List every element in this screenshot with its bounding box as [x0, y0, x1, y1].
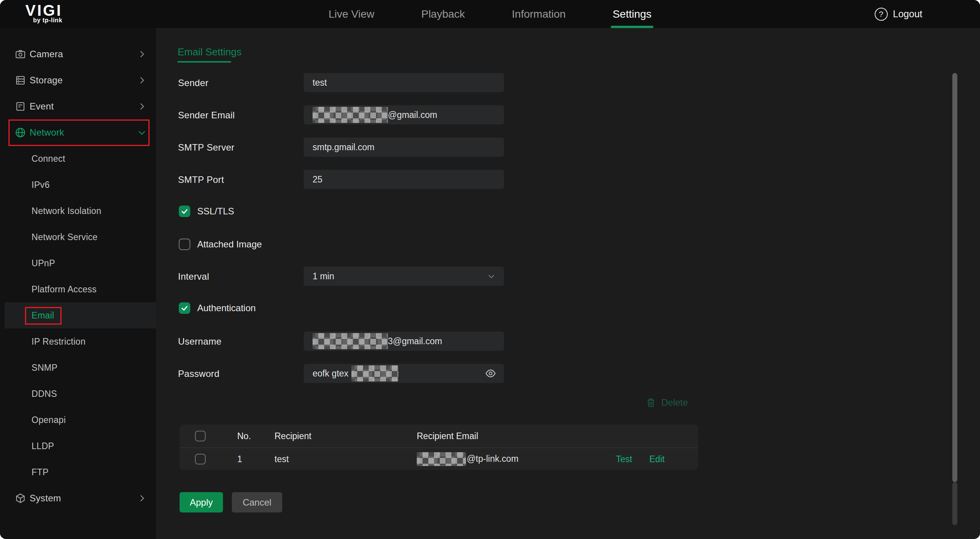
smtp-server-input[interactable]: smtp.gmail.com	[304, 138, 504, 157]
tab-email-settings[interactable]: Email Settings	[178, 46, 241, 58]
password-visibility-eye-icon[interactable]	[485, 368, 496, 379]
sidebar-subitem-label: IP Restriction	[32, 337, 86, 347]
column-header-recipient-email: Recipient Email	[417, 431, 478, 441]
chevron-down-icon	[486, 271, 496, 281]
sidebar-item-ip-restriction[interactable]: IP Restriction	[0, 328, 156, 355]
sidebar-subitem-label: Network Isolation	[32, 206, 101, 216]
recipients-table-header: No. Recipient Recipient Email	[180, 425, 698, 448]
edit-link[interactable]: Edit	[649, 454, 665, 464]
email-settings-panel: Email Settings Sender test Sender Email …	[156, 28, 980, 539]
scrollbar-track[interactable]	[952, 482, 957, 525]
sidebar-item-email[interactable]: Email	[5, 302, 156, 328]
interval-value: 1 min	[313, 271, 334, 282]
column-header-recipient: Recipient	[275, 431, 311, 441]
sidebar-subitem-label: FTP	[32, 467, 48, 478]
redacted-blur-block	[351, 365, 398, 381]
tab-email-settings-underline	[178, 61, 231, 63]
sidebar-item-network-service[interactable]: Network Service	[0, 224, 156, 250]
cell-no: 1	[237, 454, 242, 464]
attached-image-label: Attached Image	[197, 239, 262, 250]
sidebar-item-snmp[interactable]: SNMP	[0, 355, 156, 381]
redacted-blur-block	[313, 107, 388, 123]
camera-icon	[15, 48, 26, 60]
sidebar-item-ddns[interactable]: DDNS	[0, 381, 156, 407]
sidebar-item-label: Storage	[30, 75, 63, 86]
app-window: VIGI by tp-link Live View Playback Infor…	[0, 0, 980, 539]
delete-button[interactable]: Delete	[645, 397, 688, 408]
authentication-checkbox[interactable]	[179, 302, 190, 314]
sidebar-subitem-label: SNMP	[32, 363, 58, 373]
sidebar-subitem-label: Connect	[32, 154, 65, 164]
row-checkbox[interactable]	[195, 454, 206, 464]
logout-button[interactable]: ? Logout	[875, 0, 922, 28]
smtp-server-value: smtp.gmail.com	[313, 142, 374, 153]
sidebar-subitem-label: UPnP	[32, 258, 55, 269]
select-all-checkbox[interactable]	[195, 431, 206, 441]
ssl-tls-label: SSL/TLS	[197, 206, 234, 217]
cancel-button[interactable]: Cancel	[232, 492, 282, 512]
username-suffix: 3@gmail.com	[388, 336, 442, 347]
username-input[interactable]: 3@gmail.com	[304, 332, 504, 351]
sidebar-item-network[interactable]: Network	[0, 119, 156, 146]
sidebar-item-system[interactable]: System	[0, 485, 156, 511]
scrollbar-thumb[interactable]	[952, 73, 957, 482]
top-bar: VIGI by tp-link Live View Playback Infor…	[0, 0, 980, 28]
sidebar-item-network-isolation[interactable]: Network Isolation	[0, 198, 156, 224]
test-link[interactable]: Test	[616, 454, 632, 464]
authentication-checkbox-row[interactable]: Authentication	[179, 302, 256, 314]
tab-settings[interactable]: Settings	[612, 0, 651, 28]
sidebar-subitem-label: Platform Access	[32, 284, 97, 295]
smtp-port-value: 25	[313, 174, 323, 185]
sidebar-item-label: Camera	[30, 49, 63, 60]
ssl-tls-checkbox[interactable]	[179, 206, 190, 217]
ssl-tls-checkbox-row[interactable]: SSL/TLS	[179, 206, 234, 217]
sender-label: Sender	[178, 78, 208, 88]
system-cube-icon	[15, 493, 26, 504]
network-globe-icon	[15, 127, 26, 138]
logout-label: Logout	[893, 8, 922, 20]
password-label: Password	[178, 368, 220, 379]
help-icon[interactable]: ?	[875, 8, 888, 21]
sidebar-item-upnp[interactable]: UPnP	[0, 250, 156, 276]
sidebar-item-platform-access[interactable]: Platform Access	[0, 276, 156, 302]
sidebar-item-lldp[interactable]: LLDP	[0, 433, 156, 459]
sidebar-item-connect[interactable]: Connect	[0, 146, 156, 172]
attached-image-checkbox-row[interactable]: Attached Image	[179, 239, 262, 250]
attached-image-checkbox[interactable]	[179, 239, 190, 250]
sidebar-subitem-label: Email	[32, 310, 54, 321]
event-icon	[15, 101, 26, 112]
tab-live-view[interactable]: Live View	[328, 0, 374, 28]
sidebar-item-camera[interactable]: Camera	[0, 41, 156, 67]
cell-recipient-email: @tp-link.com	[417, 448, 519, 470]
sidebar-subitem-label: Openapi	[32, 415, 66, 425]
password-visible-text: eofk gtex	[313, 368, 348, 379]
column-header-no: No.	[237, 431, 251, 441]
table-row: 1 test @tp-link.com Test Edit	[180, 448, 698, 470]
sidebar-item-storage[interactable]: Storage	[0, 67, 156, 93]
chevron-right-icon	[137, 101, 147, 111]
smtp-port-input[interactable]: 25	[304, 170, 504, 189]
cell-recipient: test	[275, 454, 289, 464]
sender-email-input[interactable]: @gmail.com	[304, 105, 504, 124]
smtp-server-label: SMTP Server	[178, 142, 235, 153]
sidebar-item-ftp[interactable]: FTP	[0, 459, 156, 485]
sender-input[interactable]: test	[304, 73, 504, 92]
password-input[interactable]: eofk gtex	[304, 364, 504, 383]
sender-email-suffix: @gmail.com	[388, 110, 437, 120]
redacted-blur-block	[313, 333, 388, 349]
sidebar-item-openapi[interactable]: Openapi	[0, 407, 156, 433]
apply-button[interactable]: Apply	[180, 492, 223, 512]
tab-information[interactable]: Information	[512, 0, 566, 28]
sidebar-item-event[interactable]: Event	[0, 93, 156, 119]
sidebar-item-label: Event	[30, 101, 54, 112]
smtp-port-label: SMTP Port	[178, 174, 224, 185]
tab-playback[interactable]: Playback	[421, 0, 465, 28]
sidebar-subitem-label: DDNS	[32, 389, 57, 399]
sidebar-subitem-label: LLDP	[32, 441, 54, 451]
sidebar-item-ipv6[interactable]: IPv6	[0, 172, 156, 198]
chevron-down-icon	[137, 128, 147, 138]
sidebar-subitem-label: Network Service	[32, 232, 98, 242]
interval-select[interactable]: 1 min	[304, 267, 504, 286]
sidebar: Camera Storage Event	[0, 28, 156, 539]
sidebar-item-label: Network	[30, 127, 64, 138]
